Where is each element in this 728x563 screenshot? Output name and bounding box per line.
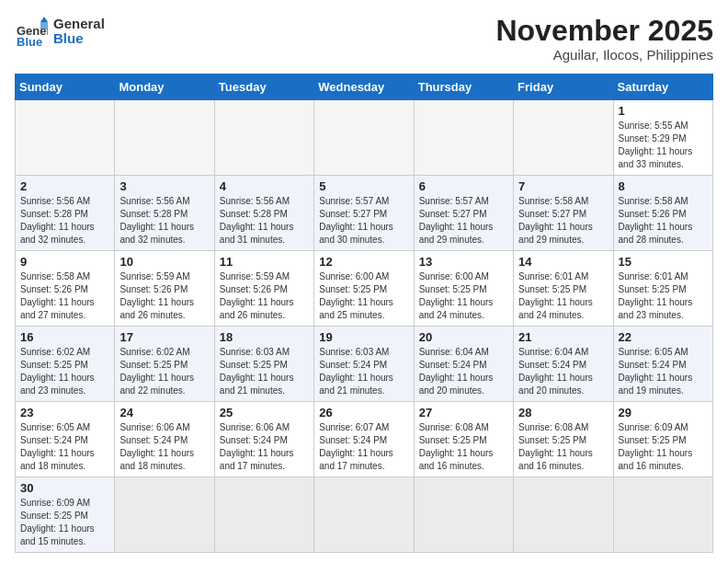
- calendar-cell: 13Sunrise: 6:00 AM Sunset: 5:25 PM Dayli…: [414, 251, 513, 327]
- day-number: 23: [20, 406, 109, 419]
- weekday-header-wednesday: Wednesday: [314, 75, 414, 100]
- weekday-header-monday: Monday: [115, 75, 214, 100]
- day-info: Sunrise: 6:04 AM Sunset: 5:24 PM Dayligh…: [419, 346, 508, 397]
- day-info: Sunrise: 5:58 AM Sunset: 5:26 PM Dayligh…: [20, 270, 109, 322]
- logo-blue-text: Blue: [53, 31, 105, 47]
- calendar-cell: 28Sunrise: 6:08 AM Sunset: 5:25 PM Dayli…: [514, 402, 613, 477]
- calendar-week-row: 2Sunrise: 5:56 AM Sunset: 5:28 PM Daylig…: [16, 176, 713, 251]
- day-info: Sunrise: 5:58 AM Sunset: 5:26 PM Dayligh…: [619, 195, 708, 247]
- calendar-cell: 19Sunrise: 6:03 AM Sunset: 5:24 PM Dayli…: [314, 327, 414, 402]
- calendar-cell: 7Sunrise: 5:58 AM Sunset: 5:27 PM Daylig…: [514, 176, 613, 251]
- calendar-cell: [314, 477, 414, 553]
- day-info: Sunrise: 5:55 AM Sunset: 5:29 PM Dayligh…: [619, 120, 708, 171]
- day-number: 29: [619, 406, 708, 419]
- day-info: Sunrise: 5:56 AM Sunset: 5:28 PM Dayligh…: [220, 195, 309, 247]
- calendar-cell: [514, 100, 613, 176]
- day-info: Sunrise: 6:04 AM Sunset: 5:24 PM Dayligh…: [518, 346, 608, 397]
- day-info: Sunrise: 6:01 AM Sunset: 5:25 PM Dayligh…: [518, 270, 608, 322]
- calendar-cell: [414, 477, 513, 553]
- day-info: Sunrise: 6:06 AM Sunset: 5:24 PM Dayligh…: [119, 421, 209, 473]
- calendar-cell: [314, 100, 414, 176]
- calendar-cell: 9Sunrise: 5:58 AM Sunset: 5:26 PM Daylig…: [16, 251, 115, 327]
- day-number: 9: [20, 255, 109, 269]
- day-info: Sunrise: 5:56 AM Sunset: 5:28 PM Dayligh…: [20, 195, 109, 247]
- page-header: General Blue General Blue November 2025 …: [15, 15, 713, 63]
- day-info: Sunrise: 5:56 AM Sunset: 5:28 PM Dayligh…: [119, 195, 209, 247]
- day-number: 19: [319, 330, 408, 344]
- day-number: 5: [319, 179, 408, 193]
- weekday-header-saturday: Saturday: [613, 75, 712, 100]
- day-info: Sunrise: 5:59 AM Sunset: 5:26 PM Dayligh…: [119, 270, 209, 322]
- calendar-cell: [214, 100, 313, 176]
- logo: General Blue General Blue: [15, 15, 105, 48]
- title-block: November 2025 Aguilar, Ilocos, Philippin…: [495, 15, 713, 63]
- calendar-week-row: 30Sunrise: 6:09 AM Sunset: 5:25 PM Dayli…: [16, 477, 713, 553]
- svg-text:Blue: Blue: [17, 35, 42, 48]
- calendar-cell: 27Sunrise: 6:08 AM Sunset: 5:25 PM Dayli…: [414, 402, 513, 477]
- day-number: 27: [419, 406, 508, 419]
- calendar-cell: [613, 477, 712, 553]
- calendar-cell: 26Sunrise: 6:07 AM Sunset: 5:24 PM Dayli…: [314, 402, 414, 477]
- calendar-cell: [214, 477, 313, 553]
- weekday-header-row: SundayMondayTuesdayWednesdayThursdayFrid…: [16, 75, 713, 100]
- day-number: 25: [220, 406, 309, 419]
- day-number: 13: [419, 255, 508, 269]
- calendar-week-row: 1Sunrise: 5:55 AM Sunset: 5:29 PM Daylig…: [16, 100, 713, 176]
- calendar-cell: [115, 100, 214, 176]
- calendar-table: SundayMondayTuesdayWednesdayThursdayFrid…: [15, 74, 713, 553]
- day-info: Sunrise: 6:09 AM Sunset: 5:25 PM Dayligh…: [619, 421, 708, 473]
- day-info: Sunrise: 6:03 AM Sunset: 5:24 PM Dayligh…: [319, 346, 408, 397]
- day-info: Sunrise: 6:03 AM Sunset: 5:25 PM Dayligh…: [220, 346, 309, 397]
- day-number: 12: [319, 255, 408, 269]
- day-info: Sunrise: 6:00 AM Sunset: 5:25 PM Dayligh…: [319, 270, 408, 322]
- day-number: 16: [20, 330, 109, 344]
- calendar-cell: 21Sunrise: 6:04 AM Sunset: 5:24 PM Dayli…: [514, 327, 613, 402]
- svg-marker-2: [40, 17, 48, 22]
- day-number: 10: [119, 255, 209, 269]
- logo-icon: General Blue: [15, 15, 48, 48]
- calendar-cell: 22Sunrise: 6:05 AM Sunset: 5:24 PM Dayli…: [613, 327, 712, 402]
- calendar-cell: 25Sunrise: 6:06 AM Sunset: 5:24 PM Dayli…: [214, 402, 313, 477]
- calendar-cell: 5Sunrise: 5:57 AM Sunset: 5:27 PM Daylig…: [314, 176, 414, 251]
- day-number: 22: [619, 330, 708, 344]
- day-number: 2: [20, 179, 109, 193]
- day-number: 8: [619, 179, 708, 193]
- calendar-cell: 29Sunrise: 6:09 AM Sunset: 5:25 PM Dayli…: [613, 402, 712, 477]
- day-info: Sunrise: 6:07 AM Sunset: 5:24 PM Dayligh…: [319, 421, 408, 473]
- day-number: 21: [518, 330, 608, 344]
- day-number: 26: [319, 406, 408, 419]
- day-info: Sunrise: 6:02 AM Sunset: 5:25 PM Dayligh…: [20, 346, 109, 397]
- day-number: 6: [419, 179, 508, 193]
- svg-marker-3: [40, 22, 48, 29]
- day-info: Sunrise: 6:01 AM Sunset: 5:25 PM Dayligh…: [619, 270, 708, 322]
- day-info: Sunrise: 6:05 AM Sunset: 5:24 PM Dayligh…: [20, 421, 109, 473]
- calendar-cell: [115, 477, 214, 553]
- calendar-cell: 8Sunrise: 5:58 AM Sunset: 5:26 PM Daylig…: [613, 176, 712, 251]
- month-year: November 2025: [495, 15, 713, 47]
- calendar-week-row: 23Sunrise: 6:05 AM Sunset: 5:24 PM Dayli…: [16, 402, 713, 477]
- day-number: 17: [119, 330, 209, 344]
- day-number: 24: [119, 406, 209, 419]
- calendar-cell: [514, 477, 613, 553]
- day-info: Sunrise: 6:00 AM Sunset: 5:25 PM Dayligh…: [419, 270, 508, 322]
- calendar-cell: 1Sunrise: 5:55 AM Sunset: 5:29 PM Daylig…: [613, 100, 712, 176]
- calendar-cell: 14Sunrise: 6:01 AM Sunset: 5:25 PM Dayli…: [514, 251, 613, 327]
- calendar-cell: 2Sunrise: 5:56 AM Sunset: 5:28 PM Daylig…: [16, 176, 115, 251]
- day-number: 30: [20, 481, 109, 495]
- day-info: Sunrise: 6:09 AM Sunset: 5:25 PM Dayligh…: [20, 497, 109, 548]
- calendar-cell: 17Sunrise: 6:02 AM Sunset: 5:25 PM Dayli…: [115, 327, 214, 402]
- day-info: Sunrise: 6:08 AM Sunset: 5:25 PM Dayligh…: [419, 421, 508, 473]
- day-info: Sunrise: 5:57 AM Sunset: 5:27 PM Dayligh…: [419, 195, 508, 247]
- day-number: 28: [518, 406, 608, 419]
- calendar-cell: 20Sunrise: 6:04 AM Sunset: 5:24 PM Dayli…: [414, 327, 513, 402]
- day-number: 7: [518, 179, 608, 193]
- weekday-header-thursday: Thursday: [414, 75, 513, 100]
- calendar-cell: 18Sunrise: 6:03 AM Sunset: 5:25 PM Dayli…: [214, 327, 313, 402]
- calendar-week-row: 16Sunrise: 6:02 AM Sunset: 5:25 PM Dayli…: [16, 327, 713, 402]
- calendar-cell: [414, 100, 513, 176]
- day-info: Sunrise: 6:05 AM Sunset: 5:24 PM Dayligh…: [619, 346, 708, 397]
- weekday-header-tuesday: Tuesday: [214, 75, 313, 100]
- day-number: 14: [518, 255, 608, 269]
- day-info: Sunrise: 6:08 AM Sunset: 5:25 PM Dayligh…: [518, 421, 608, 473]
- calendar-cell: 30Sunrise: 6:09 AM Sunset: 5:25 PM Dayli…: [16, 477, 115, 553]
